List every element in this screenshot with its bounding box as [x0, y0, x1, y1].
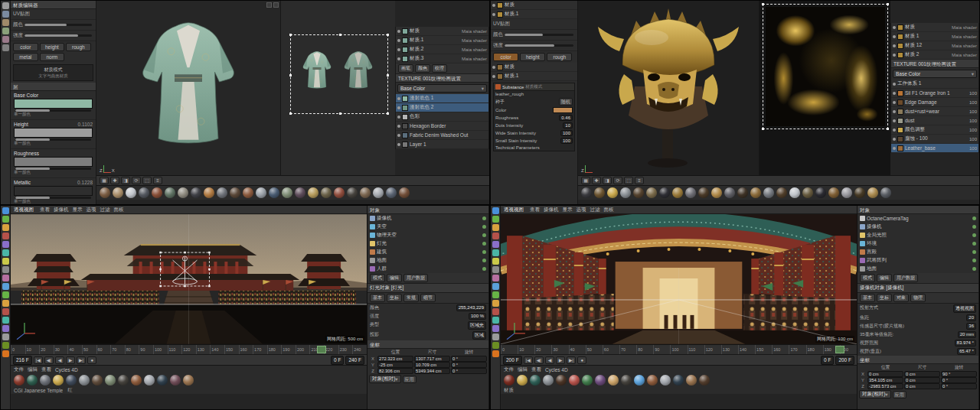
- channel-swatch-block[interactable]: Roughness 单一颜色: [11, 149, 96, 178]
- texture-preview-panel[interactable]: [759, 1, 890, 175]
- layer-visibility-dot[interactable]: [893, 110, 896, 113]
- attribute-tab[interactable]: 常规: [403, 294, 419, 302]
- material-menu-item[interactable]: 编辑: [28, 366, 38, 373]
- viewport-menu-item[interactable]: 面板: [604, 207, 614, 213]
- attribute-mode-tab[interactable]: 编辑: [877, 274, 892, 282]
- material-sphere[interactable]: [243, 187, 253, 198]
- channel-button[interactable]: height: [520, 53, 545, 61]
- material-sphere[interactable]: [308, 187, 318, 198]
- tool-icon[interactable]: [492, 216, 499, 223]
- tool-icon[interactable]: [492, 334, 499, 340]
- material-sphere[interactable]: [165, 187, 175, 198]
- panel-tab[interactable]: 画笔: [398, 64, 413, 73]
- material-sphere[interactable]: [608, 375, 619, 386]
- position-value[interactable]: 272.323 cm: [377, 356, 413, 362]
- rotation-value[interactable]: 90 °: [941, 371, 977, 377]
- tool-icon[interactable]: [2, 291, 9, 298]
- tool-icon[interactable]: [2, 241, 9, 248]
- paint-layer-row[interactable]: 颜色调整 100: [891, 125, 978, 135]
- transport-button[interactable]: ◀: [55, 356, 64, 364]
- material-row[interactable]: 材质: [491, 63, 577, 72]
- viewport-control-icon[interactable]: [273, 2, 279, 8]
- tool-icon[interactable]: [2, 233, 9, 239]
- attribute-mode-tab[interactable]: 模式: [370, 274, 385, 282]
- layer-opacity[interactable]: 100: [969, 109, 977, 114]
- bl-timeline-ruler[interactable]: 0102030405060708090100110120130140150160…: [11, 344, 367, 354]
- object-enabled-dot[interactable]: [972, 242, 976, 246]
- material-sphere[interactable]: [595, 375, 606, 386]
- material-sphere[interactable]: [776, 187, 787, 198]
- material-sphere[interactable]: [711, 187, 722, 198]
- object-enabled-dot[interactable]: [972, 225, 976, 229]
- texture-layer-row[interactable]: Layer 1: [396, 140, 488, 149]
- size-value[interactable]: 1307.717 cm: [414, 356, 450, 362]
- tool-icon[interactable]: [2, 308, 9, 315]
- object-enabled-dot[interactable]: [972, 216, 976, 220]
- size-value[interactable]: 0 cm: [904, 371, 940, 377]
- substance-color-chip[interactable]: [553, 107, 573, 113]
- tool-icon[interactable]: [2, 2, 9, 9]
- material-sphere[interactable]: [191, 187, 201, 198]
- viewport-uv-thumbnails[interactable]: [280, 1, 395, 175]
- size-value[interactable]: 0 cm: [904, 377, 940, 383]
- object-enabled-dot[interactable]: [482, 267, 486, 271]
- shelf-icon-button[interactable]: ≡: [635, 177, 644, 184]
- layer-visibility-dot[interactable]: [893, 147, 896, 150]
- tool-icon[interactable]: [492, 350, 499, 357]
- object-row[interactable]: 地面: [368, 256, 488, 265]
- tool-icon[interactable]: [492, 224, 499, 231]
- material-row[interactable]: 材质.1: [491, 72, 577, 81]
- selected-material-name[interactable]: 材质: [504, 387, 514, 394]
- material-sphere[interactable]: [230, 187, 240, 198]
- selection-handle[interactable]: [289, 74, 292, 76]
- material-sphere[interactable]: [698, 187, 709, 198]
- visibility-dot[interactable]: [893, 26, 896, 29]
- attribute-value[interactable]: 100 %: [469, 313, 486, 320]
- channel-button[interactable]: metal: [13, 53, 38, 61]
- material-sphere[interactable]: [750, 187, 761, 198]
- material-sphere[interactable]: [867, 187, 878, 198]
- transport-button[interactable]: |◀: [524, 356, 533, 364]
- layer-visibility-dot[interactable]: [893, 101, 896, 104]
- layer-opacity[interactable]: 100: [969, 119, 977, 123]
- tool-icon[interactable]: [2, 317, 9, 324]
- material-sphere[interactable]: [854, 187, 865, 198]
- material-sphere[interactable]: [113, 187, 123, 198]
- material-sphere[interactable]: [178, 187, 188, 198]
- object-row[interactable]: 摄像机: [858, 223, 978, 231]
- apply-button[interactable]: 应用: [403, 376, 416, 383]
- panel-tab[interactable]: 颜色: [415, 64, 430, 73]
- viewport-control-icon[interactable]: [266, 2, 272, 8]
- shelf-icon-button[interactable]: ◨: [603, 177, 612, 184]
- layer-visibility-dot[interactable]: [893, 92, 896, 95]
- material-sphere[interactable]: [659, 187, 670, 198]
- coords-mode-dropdown[interactable]: 对象(相对)▾: [369, 375, 401, 383]
- material-row[interactable]: 材质.1 Maia shader: [396, 36, 488, 45]
- material-menu-item[interactable]: 文件: [504, 366, 514, 373]
- texture-layer-row[interactable]: 漫射底色 2: [396, 103, 488, 112]
- paint-channel-dropdown[interactable]: Base Color▾: [397, 84, 487, 93]
- material-menu-item[interactable]: Cycles 4D: [545, 367, 568, 373]
- current-frame-box[interactable]: 216 F: [13, 356, 32, 365]
- material-sphere[interactable]: [569, 375, 580, 386]
- visibility-dot[interactable]: [492, 13, 495, 16]
- material-sphere[interactable]: [152, 187, 162, 198]
- coords-mode-dropdown[interactable]: 对象(相对)▾: [859, 390, 891, 399]
- viewport-menu-item[interactable]: 查看: [40, 207, 50, 213]
- tool-icon[interactable]: [492, 308, 499, 315]
- layer-visibility-dot[interactable]: [397, 125, 400, 128]
- tool-icon[interactable]: [2, 28, 9, 34]
- range-end-box[interactable]: 200 F: [835, 356, 854, 365]
- viewport-menu-item[interactable]: 查看: [530, 207, 540, 213]
- material-sphere[interactable]: [685, 187, 696, 198]
- shelf-icon-button[interactable]: ▦: [581, 177, 590, 184]
- material-row[interactable]: 材质 12 Maia shader: [891, 41, 978, 50]
- material-sphere[interactable]: [139, 187, 149, 198]
- material-sphere[interactable]: [170, 375, 181, 386]
- layer-opacity[interactable]: 100: [969, 137, 977, 142]
- visibility-dot[interactable]: [397, 48, 400, 51]
- material-sphere[interactable]: [144, 375, 155, 386]
- tool-icon[interactable]: [492, 241, 499, 248]
- layer-visibility-dot[interactable]: [397, 97, 400, 100]
- rotation-value[interactable]: 0 °: [451, 362, 487, 368]
